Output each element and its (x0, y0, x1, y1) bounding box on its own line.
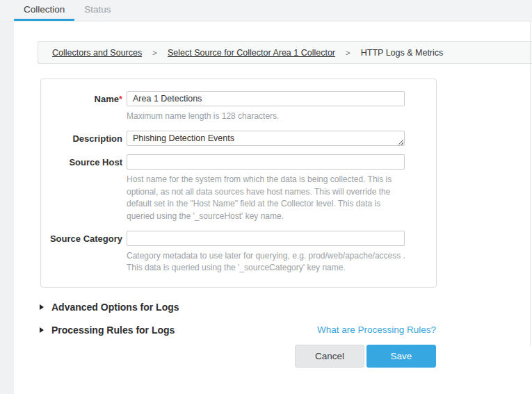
tab-collection[interactable]: Collection (14, 0, 74, 21)
what-are-processing-rules-link[interactable]: What are Processing Rules? (317, 325, 436, 335)
breadcrumb-separator: > (152, 49, 157, 57)
tab-bar: Collection Status (0, 0, 532, 22)
required-asterisk: * (119, 94, 122, 104)
advanced-options-section[interactable]: Advanced Options for Logs (40, 302, 436, 313)
cancel-button[interactable]: Cancel (295, 345, 364, 368)
breadcrumb-separator: > (346, 49, 350, 57)
processing-rules-label[interactable]: Processing Rules for Logs (51, 325, 175, 336)
name-row: Name* Maximum name length is 128 charact… (41, 91, 436, 122)
breadcrumb-current-page: HTTP Logs & Metrics (361, 48, 444, 58)
action-buttons: Cancel Save (40, 345, 436, 368)
source-category-input[interactable] (127, 231, 405, 246)
content-area: Collectors and Sources > Select Source f… (14, 22, 532, 394)
breadcrumb-collectors-and-sources[interactable]: Collectors and Sources (52, 48, 142, 58)
description-input[interactable]: Phishing Detection Events (127, 131, 405, 146)
tab-status-label: Status (84, 4, 111, 15)
source-category-helper-text: Category metadata to use later for query… (127, 250, 406, 274)
advanced-options-label: Advanced Options for Logs (51, 302, 179, 313)
processing-rules-section: Processing Rules for Logs What are Proce… (40, 325, 436, 336)
source-category-label: Source Category (41, 231, 122, 274)
source-host-input[interactable] (127, 154, 405, 170)
description-label: Description (41, 131, 122, 146)
name-label: Name* (41, 91, 122, 122)
source-host-helper-text: Host name for the system from which the … (127, 174, 406, 222)
tab-collection-label: Collection (24, 4, 65, 15)
source-category-row: Source Category Category metadata to use… (41, 231, 436, 274)
description-row: Description Phishing Detection Events (41, 131, 436, 146)
expand-arrow-icon (40, 327, 44, 333)
save-button[interactable]: Save (366, 345, 436, 368)
breadcrumb: Collectors and Sources > Select Source f… (38, 41, 532, 64)
name-input[interactable] (127, 91, 405, 106)
tab-status[interactable]: Status (74, 0, 120, 21)
left-rail (0, 0, 14, 394)
source-host-label: Source Host (41, 154, 122, 222)
right-edge-divider (530, 22, 531, 346)
name-helper-text: Maximum name length is 128 characters. (127, 110, 406, 122)
source-host-row: Source Host Host name for the system fro… (41, 154, 436, 222)
breadcrumb-select-source[interactable]: Select Source for Collector Area 1 Colle… (168, 48, 335, 58)
expand-arrow-icon (40, 304, 44, 310)
source-config-panel: Name* Maximum name length is 128 charact… (40, 79, 437, 288)
